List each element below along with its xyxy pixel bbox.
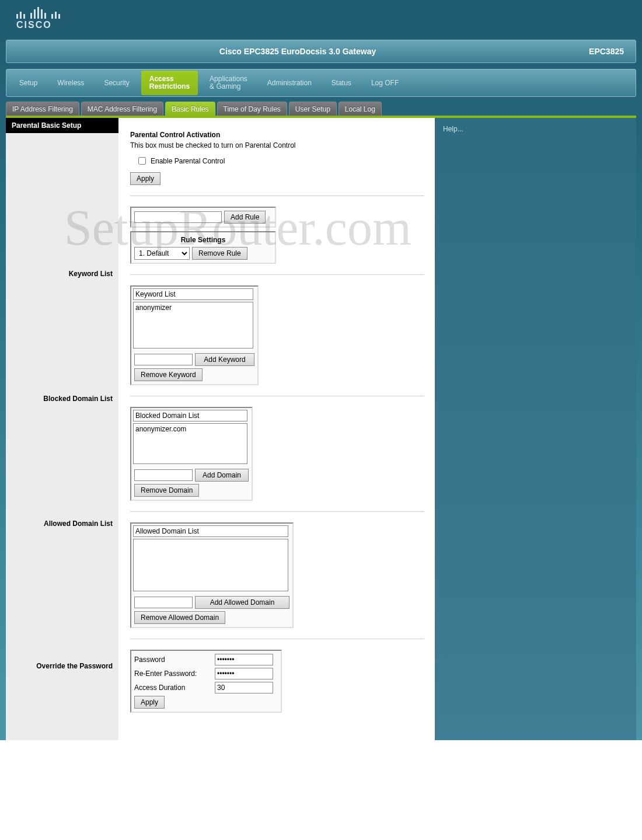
reenter-password-input[interactable]: [215, 668, 273, 679]
allowed-box-title: [133, 525, 288, 537]
nav-status[interactable]: Status: [323, 74, 360, 92]
blocked-listbox[interactable]: [133, 423, 247, 464]
divider: [130, 196, 424, 196]
keyword-listbox[interactable]: [133, 302, 253, 348]
activation-desc: This box must be checked to turn on Pare…: [130, 141, 424, 149]
enable-parental-checkbox[interactable]: [138, 157, 146, 165]
model-label: EPC3825: [589, 47, 636, 56]
title-bar: Cisco EPC3825 EuroDocsis 3.0 Gateway EPC…: [6, 40, 636, 63]
rule-select[interactable]: 1. Default: [134, 247, 190, 260]
tab-user-setup[interactable]: User Setup: [289, 102, 337, 116]
rule-settings-title: Rule Settings: [133, 234, 273, 246]
reenter-password-label: Re-Enter Password:: [134, 670, 210, 678]
divider: [130, 396, 424, 396]
cisco-logo: CISCO: [0, 0, 642, 36]
brand-text: CISCO: [16, 20, 642, 30]
add-rule-button[interactable]: Add Rule: [224, 211, 266, 224]
remove-domain-button[interactable]: Remove Domain: [134, 484, 199, 497]
tab-local-log[interactable]: Local Log: [339, 102, 382, 116]
apply-override-button[interactable]: Apply: [134, 696, 165, 709]
nav-administration[interactable]: Administration: [259, 74, 320, 92]
divider: [130, 274, 424, 275]
nav-access-restrictions[interactable]: Access Restrictions: [141, 71, 198, 95]
apply-activation-button[interactable]: Apply: [130, 172, 160, 185]
tab-ip-filtering[interactable]: IP Address Filtering: [6, 102, 79, 116]
allowed-listbox[interactable]: [133, 539, 288, 591]
section-title: Parental Basic Setup: [6, 118, 118, 133]
nav-logoff[interactable]: Log OFF: [363, 74, 407, 92]
allowed-domain-input[interactable]: [134, 597, 193, 608]
tab-mac-filtering[interactable]: MAC Address Filtering: [81, 102, 163, 116]
keyword-list-label: Keyword List: [6, 265, 118, 278]
rule-name-input[interactable]: [134, 211, 222, 223]
nav-wireless[interactable]: Wireless: [49, 74, 92, 92]
main-nav: Setup Wireless Security Access Restricti…: [6, 69, 636, 97]
tab-basic-rules[interactable]: Basic Rules: [165, 102, 215, 116]
keyword-input[interactable]: [134, 354, 193, 365]
remove-rule-button[interactable]: Remove Rule: [192, 247, 247, 260]
remove-allowed-domain-button[interactable]: Remove Allowed Domain: [134, 611, 225, 624]
access-duration-input[interactable]: [215, 682, 273, 693]
blocked-domain-label: Blocked Domain List: [6, 390, 118, 403]
add-domain-button[interactable]: Add Domain: [195, 469, 249, 482]
divider: [130, 511, 424, 512]
keyword-box-title: [133, 288, 253, 300]
nav-label: Restrictions: [149, 83, 190, 90]
blocked-box-title: [133, 410, 247, 421]
access-duration-label: Access Duration: [134, 684, 210, 692]
divider: [130, 639, 424, 639]
enable-parental-label: Enable Parental Control: [151, 157, 225, 165]
allowed-domain-label: Allowed Domain List: [6, 515, 118, 528]
override-password-label: Override the Password: [6, 657, 118, 670]
add-allowed-domain-button[interactable]: Add Allowed Domain: [195, 596, 289, 609]
password-input[interactable]: [215, 654, 273, 665]
remove-keyword-button[interactable]: Remove Keyword: [134, 368, 203, 381]
nav-security[interactable]: Security: [96, 74, 137, 92]
gateway-title: Cisco EPC3825 EuroDocsis 3.0 Gateway: [6, 47, 589, 56]
add-keyword-button[interactable]: Add Keyword: [195, 353, 254, 366]
activation-heading: Parental Control Activation: [130, 131, 424, 139]
nav-setup[interactable]: Setup: [11, 74, 46, 92]
help-link[interactable]: Help...: [443, 125, 628, 133]
nav-applications-gaming[interactable]: Applications & Gaming: [201, 71, 256, 95]
nav-label: & Gaming: [210, 83, 247, 90]
tab-time-of-day[interactable]: Time of Day Rules: [217, 102, 287, 116]
sub-nav: IP Address Filtering MAC Address Filteri…: [6, 102, 636, 116]
blocked-domain-input[interactable]: [134, 469, 193, 481]
password-label: Password: [134, 656, 210, 664]
